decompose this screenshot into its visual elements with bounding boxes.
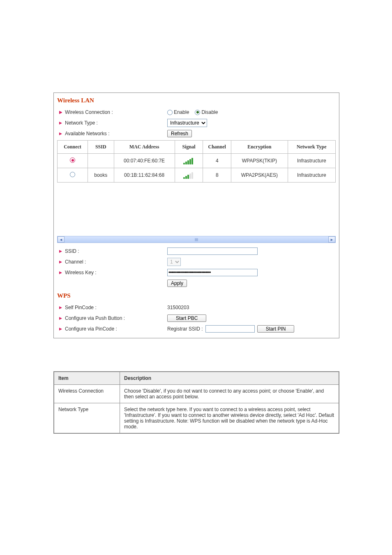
radio-enable-label: Enable xyxy=(174,109,189,115)
connect-cell[interactable] xyxy=(58,168,88,183)
section-title-wps: WPS xyxy=(57,292,336,299)
svg-rect-6 xyxy=(185,176,187,179)
encryption-cell: WPAPSK(TKIP) xyxy=(231,154,288,168)
ntype-cell: Infrastructure xyxy=(288,154,335,168)
col-signal: Signal xyxy=(175,141,203,154)
desc-item-cell: Network Type xyxy=(54,403,120,433)
radio-disable[interactable]: Disable xyxy=(195,109,218,115)
row-wireless-key: Wireless Key : xyxy=(57,268,336,278)
connect-cell[interactable] xyxy=(58,154,88,168)
bullet-icon xyxy=(59,132,62,136)
horizontal-scrollbar[interactable]: ◄ ► xyxy=(57,236,336,243)
row-ssid: SSID : xyxy=(57,246,336,256)
ntype-cell: Infrastructure xyxy=(288,168,335,183)
channel-select: 1 xyxy=(167,258,181,266)
ssid-input[interactable] xyxy=(167,247,258,255)
description-panel: Item Description Wireless Connection Cho… xyxy=(53,371,339,434)
channel-cell: 4 xyxy=(203,154,231,168)
bullet-icon xyxy=(59,250,62,253)
encryption-cell: WPA2PSK(AES) xyxy=(231,168,288,183)
col-ssid: SSID xyxy=(88,141,114,154)
row-self-pincode: Self PinCode : 31500203 xyxy=(57,303,336,312)
desc-header-item: Item xyxy=(54,372,120,385)
scroll-right-icon[interactable]: ► xyxy=(328,236,335,243)
table-row: Network Type Select the network type her… xyxy=(54,403,339,433)
svg-rect-1 xyxy=(185,162,187,164)
scroll-left-icon[interactable]: ◄ xyxy=(58,236,65,243)
ssid-cell xyxy=(88,154,114,168)
bullet-icon xyxy=(59,271,62,275)
self-pincode-value: 31500203 xyxy=(167,305,189,310)
svg-rect-8 xyxy=(189,173,191,179)
col-channel: Channel xyxy=(203,141,231,154)
channel-cell: 8 xyxy=(203,168,231,183)
bullet-icon xyxy=(59,121,62,125)
label-pincode: Configure via PinCode : xyxy=(65,326,117,332)
row-available-networks: Available Networks : Refresh xyxy=(57,129,336,139)
signal-cell xyxy=(175,154,203,168)
mac-cell: 00:07:40:FE:60:7E xyxy=(114,154,175,168)
radio-enable[interactable]: Enable xyxy=(167,109,189,115)
svg-rect-7 xyxy=(187,175,189,179)
bullet-icon xyxy=(59,306,62,310)
svg-rect-0 xyxy=(183,163,185,164)
ssid-cell: books xyxy=(88,168,114,183)
col-ntype: Network Type xyxy=(288,141,335,154)
col-connect: Connect xyxy=(58,141,88,154)
label-self-pincode: Self PinCode : xyxy=(65,305,97,310)
network-type-select[interactable]: Infrastructure xyxy=(167,119,207,127)
label-ssid: SSID : xyxy=(65,248,79,254)
svg-rect-2 xyxy=(187,160,189,164)
bullet-icon xyxy=(59,111,62,114)
description-table: Item Description Wireless Connection Cho… xyxy=(54,372,339,433)
label-network-type: Network Type : xyxy=(65,120,98,126)
svg-rect-5 xyxy=(183,177,185,179)
table-empty-area xyxy=(57,183,336,236)
start-pin-button[interactable]: Start PIN xyxy=(257,325,295,333)
bullet-icon xyxy=(59,260,62,264)
network-select-radio[interactable] xyxy=(70,157,75,163)
row-apply: Apply xyxy=(57,278,336,288)
bullet-icon xyxy=(59,327,62,331)
label-push-button: Configure via Push Button : xyxy=(65,315,125,321)
label-registrar-ssid: Registrar SSID : xyxy=(167,326,203,332)
desc-text-cell: Select the network type here. If you wan… xyxy=(120,403,339,433)
scrollbar-track[interactable] xyxy=(65,236,328,243)
scrollbar-grip-icon xyxy=(195,238,198,241)
table-row: books 00:1B:11:62:84:68 8 WPA2PSK(AES) I… xyxy=(58,168,336,183)
bullet-icon xyxy=(59,317,62,320)
mac-cell: 00:1B:11:62:84:68 xyxy=(114,168,175,183)
row-push-button: Configure via Push Button : Start PBC xyxy=(57,313,336,323)
networks-table: Connect SSID MAC Address Signal Channel … xyxy=(57,140,336,183)
svg-rect-9 xyxy=(191,172,193,179)
row-pincode: Configure via PinCode : Registrar SSID :… xyxy=(57,324,336,334)
signal-cell xyxy=(175,168,203,183)
row-wireless-connection: Wireless Connection : Enable Disable xyxy=(57,107,336,117)
desc-item-cell: Wireless Connection xyxy=(54,385,120,403)
apply-button[interactable]: Apply xyxy=(167,280,187,287)
radio-enable-dot xyxy=(167,110,173,115)
label-wireless-key: Wireless Key : xyxy=(65,270,97,275)
desc-text-cell: Choose 'Disable', if you do not want to … xyxy=(120,385,339,403)
radio-disable-label: Disable xyxy=(201,109,218,115)
network-select-radio[interactable] xyxy=(70,172,75,177)
label-channel: Channel : xyxy=(65,259,86,265)
refresh-button[interactable]: Refresh xyxy=(167,130,192,137)
section-title-wlan: Wireless LAN xyxy=(57,97,336,104)
label-available-networks: Available Networks : xyxy=(65,131,110,136)
start-pbc-button[interactable]: Start PBC xyxy=(167,314,206,322)
svg-rect-4 xyxy=(191,158,193,164)
label-wireless-connection: Wireless Connection : xyxy=(65,109,113,115)
svg-rect-3 xyxy=(189,159,191,164)
desc-header-desc: Description xyxy=(120,372,339,385)
col-enc: Encryption xyxy=(231,141,288,154)
row-network-type: Network Type : Infrastructure xyxy=(57,118,336,128)
table-row: 00:07:40:FE:60:7E 4 WPAPSK(TKIP) Infrast… xyxy=(58,154,336,168)
table-row: Wireless Connection Choose 'Disable', if… xyxy=(54,385,339,403)
row-channel: Channel : 1 xyxy=(57,257,336,267)
radio-disable-dot xyxy=(195,110,200,115)
wireless-lan-panel: Wireless LAN Wireless Connection : Enabl… xyxy=(53,92,339,338)
col-mac: MAC Address xyxy=(114,141,175,154)
registrar-ssid-input[interactable] xyxy=(205,325,255,333)
wireless-key-input[interactable] xyxy=(167,269,258,276)
